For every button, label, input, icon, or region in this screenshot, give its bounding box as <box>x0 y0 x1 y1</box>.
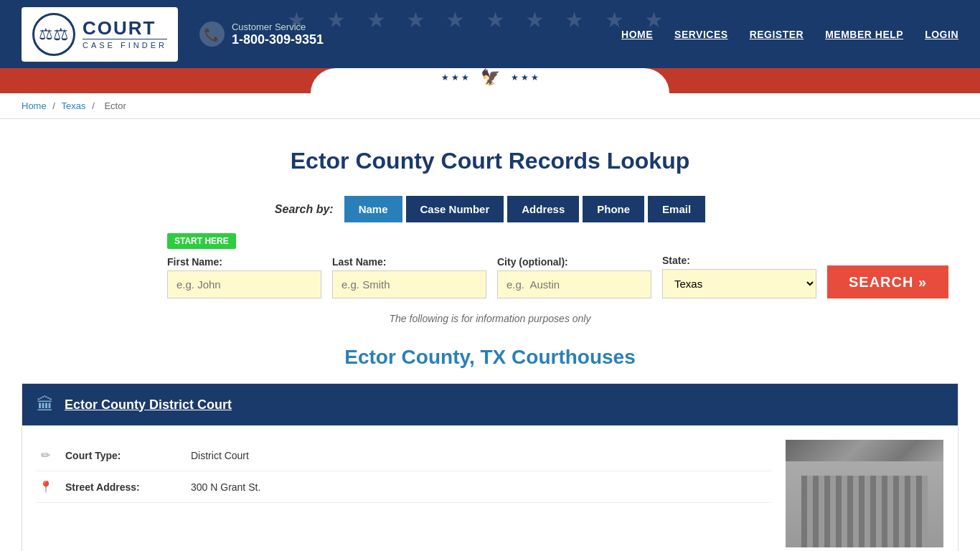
court-type-row: ✏ Court Type: District Court <box>37 440 771 471</box>
phone-icon: 📞 <box>199 22 225 47</box>
customer-service: 📞 Customer Service 1-800-309-9351 <box>199 22 324 47</box>
court-type-label: Court Type: <box>65 450 180 461</box>
customer-service-info: Customer Service 1-800-309-9351 <box>232 22 324 47</box>
search-button[interactable]: SEARCH » <box>827 265 948 298</box>
eagle-symbol: 🦅 <box>481 68 500 87</box>
logo-icon: ⚖ <box>32 13 75 56</box>
site-header: ⚖ COURT CASE FINDER 📞 Customer Service 1… <box>0 0 980 68</box>
logo-text: COURT CASE FINDER <box>83 19 167 50</box>
customer-service-phone: 1-800-309-9351 <box>232 32 324 47</box>
info-text: The following is for information purpose… <box>167 313 813 324</box>
eagle-banner: ★ ★ ★ 🦅 ★ ★ ★ <box>0 68 980 93</box>
logo-case-finder-label: CASE FINDER <box>83 39 167 50</box>
main-content: Ector County Court Records Lookup Search… <box>0 119 980 551</box>
breadcrumb-county: Ector <box>104 100 126 111</box>
breadcrumb-state[interactable]: Texas <box>62 100 86 111</box>
breadcrumb-sep-2: / <box>92 100 97 111</box>
courthouses-title: Ector County, TX Courthouses <box>22 346 958 369</box>
street-address-row: 📍 Street Address: 300 N Grant St. <box>37 471 771 503</box>
logo-link[interactable]: ⚖ COURT CASE FINDER <box>22 7 178 62</box>
state-select[interactable]: Texas Alabama Alaska Arizona California … <box>662 269 816 298</box>
state-label: State: <box>662 255 816 266</box>
courthouse-name[interactable]: Ector County District Court <box>65 397 232 413</box>
tab-phone[interactable]: Phone <box>583 196 644 222</box>
main-nav: HOME SERVICES REGISTER MEMBER HELP LOGIN <box>621 29 958 40</box>
courthouse-image <box>786 440 943 547</box>
tab-case-number[interactable]: Case Number <box>406 196 504 222</box>
eagle-stars-left: ★ ★ ★ <box>441 72 470 83</box>
nav-member-help[interactable]: MEMBER HELP <box>825 29 903 40</box>
courthouse-icon: 🏛 <box>37 395 54 415</box>
court-type-icon: ✏ <box>37 448 55 462</box>
last-name-label: Last Name: <box>332 256 486 268</box>
first-name-group: First Name: <box>167 256 321 298</box>
building-graphic <box>786 461 943 547</box>
city-group: City (optional): <box>497 256 651 298</box>
courthouse-image-placeholder <box>786 440 943 547</box>
nav-home[interactable]: HOME <box>621 29 653 40</box>
eagle-content: ★ ★ ★ 🦅 ★ ★ ★ <box>441 68 539 87</box>
search-form: First Name: Last Name: City (optional): … <box>167 255 813 298</box>
nav-services[interactable]: SERVICES <box>674 29 728 40</box>
logo-court-label: COURT <box>83 19 167 37</box>
tab-email[interactable]: Email <box>648 196 705 222</box>
customer-service-label: Customer Service <box>232 22 324 32</box>
state-group: State: Texas Alabama Alaska Arizona Cali… <box>662 255 816 298</box>
breadcrumb-sep-1: / <box>52 100 57 111</box>
nav-register[interactable]: REGISTER <box>750 29 804 40</box>
courthouse-body: ✏ Court Type: District Court 📍 Street Ad… <box>22 425 958 551</box>
breadcrumb-home[interactable]: Home <box>22 100 47 111</box>
first-name-input[interactable] <box>167 270 321 298</box>
address-icon: 📍 <box>37 480 55 494</box>
last-name-group: Last Name: <box>332 256 486 298</box>
search-by-label: Search by: <box>275 203 334 216</box>
tab-name[interactable]: Name <box>344 196 402 222</box>
court-type-value: District Court <box>191 450 249 461</box>
courthouse-card: 🏛 Ector County District Court ✏ Court Ty… <box>22 383 958 551</box>
eagle-stars-right: ★ ★ ★ <box>511 72 540 83</box>
city-input[interactable] <box>497 270 651 298</box>
tab-address[interactable]: Address <box>507 196 579 222</box>
search-by-row: Search by: Name Case Number Address Phon… <box>167 196 813 222</box>
street-address-label: Street Address: <box>65 481 180 493</box>
street-address-value: 300 N Grant St. <box>191 481 260 493</box>
courthouse-details: ✏ Court Type: District Court 📍 Street Ad… <box>37 440 771 547</box>
search-section: Search by: Name Case Number Address Phon… <box>167 196 813 324</box>
page-title: Ector County Court Records Lookup <box>22 148 958 174</box>
last-name-input[interactable] <box>332 270 486 298</box>
breadcrumb: Home / Texas / Ector <box>0 93 980 119</box>
start-here-badge: START HERE <box>167 233 236 249</box>
first-name-label: First Name: <box>167 256 321 268</box>
courthouse-header: 🏛 Ector County District Court <box>22 384 958 425</box>
city-label: City (optional): <box>497 256 651 268</box>
nav-login[interactable]: LOGIN <box>925 29 958 40</box>
